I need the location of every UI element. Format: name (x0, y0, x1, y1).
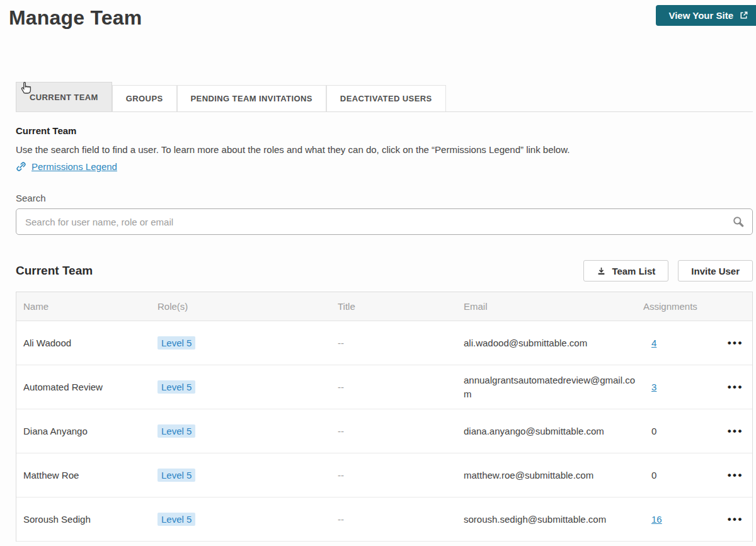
search-label: Search (16, 193, 753, 203)
row-menu-icon[interactable]: ••• (728, 514, 743, 525)
table-row: Matthew Roe Level 5 -- matthew.roe@submi… (16, 453, 752, 498)
team-list-button[interactable]: Team List (583, 260, 668, 282)
external-link-icon (739, 11, 748, 20)
table-row: Diana Anyango Level 5 -- diana.anyango@s… (16, 409, 752, 453)
column-header-name: Name (23, 301, 158, 312)
user-email: ali.wadood@submittable.com (464, 338, 587, 348)
tab-bar: CURRENT TEAM GROUPS PENDING TEAM INVITAT… (16, 82, 753, 112)
role-badge: Level 5 (158, 424, 195, 438)
intro-heading: Current Team (16, 125, 753, 136)
tab-deactivated-users[interactable]: DEACTIVATED USERS (326, 85, 446, 111)
team-section-head: Current Team Team List Invite User (16, 260, 753, 282)
search-icon (732, 215, 745, 228)
role-badge: Level 5 (158, 469, 195, 482)
assignments-count-link[interactable]: 16 (651, 514, 662, 525)
tab-current-team[interactable]: CURRENT TEAM (16, 82, 112, 111)
view-your-site-button[interactable]: View Your Site (656, 5, 756, 26)
assignments-count-link[interactable]: 3 (651, 382, 656, 392)
link-icon (16, 161, 26, 172)
table-row: Ali Wadood Level 5 -- ali.wadood@submitt… (16, 321, 752, 365)
user-title: -- (338, 338, 464, 348)
user-title: -- (338, 514, 464, 525)
column-header-assignments: Assignments (643, 301, 707, 312)
user-email: annualgrantsautomatedreview@gmail.com (464, 375, 635, 399)
permissions-legend-row: Permissions Legend (16, 161, 753, 172)
user-title: -- (338, 426, 464, 436)
team-section-title: Current Team (16, 264, 93, 278)
permissions-legend-link[interactable]: Permissions Legend (32, 161, 117, 172)
search-input[interactable] (16, 208, 753, 235)
table-row: Automated Review Level 5 -- annualgrants… (16, 365, 752, 409)
user-email: matthew.roe@submittable.com (464, 470, 593, 481)
table-header-row: Name Role(s) Title Email Assignments (16, 292, 752, 321)
assignments-count: 0 (651, 426, 656, 436)
user-name: Ali Wadood (23, 338, 158, 348)
role-badge: Level 5 (158, 513, 195, 526)
role-badge: Level 5 (158, 336, 195, 350)
team-list-label: Team List (612, 266, 655, 276)
user-name: Matthew Roe (23, 470, 158, 481)
download-icon (597, 266, 606, 276)
invite-user-button[interactable]: Invite User (678, 260, 753, 282)
table-row: Soroush Sedigh Level 5 -- soroush.sedigh… (16, 498, 752, 542)
user-title: -- (338, 470, 464, 481)
row-menu-icon[interactable]: ••• (728, 426, 743, 436)
user-email: soroush.sedigh@submittable.com (464, 514, 606, 525)
row-menu-icon[interactable]: ••• (728, 338, 743, 348)
assignments-count: 0 (651, 470, 656, 481)
top-bar: Manage Team View Your Site (0, 0, 756, 34)
team-section-actions: Team List Invite User (583, 260, 753, 282)
row-menu-icon[interactable]: ••• (728, 470, 743, 481)
row-menu-icon[interactable]: ••• (728, 382, 743, 392)
page-title: Manage Team (9, 6, 756, 30)
user-name: Automated Review (23, 382, 158, 392)
column-header-title: Title (338, 301, 464, 312)
main-content: CURRENT TEAM GROUPS PENDING TEAM INVITAT… (16, 82, 753, 542)
tab-groups[interactable]: GROUPS (112, 85, 177, 111)
user-name: Soroush Sedigh (23, 514, 158, 525)
user-email: diana.anyango@submittable.com (464, 426, 604, 436)
role-badge: Level 5 (158, 380, 195, 394)
view-your-site-label: View Your Site (668, 10, 733, 21)
team-table: Name Role(s) Title Email Assignments Ali… (16, 292, 753, 542)
search-field-wrap (16, 208, 753, 235)
intro-description: Use the search field to find a user. To … (16, 143, 753, 156)
invite-user-label: Invite User (691, 266, 740, 276)
user-name: Diana Anyango (23, 426, 158, 436)
column-header-roles: Role(s) (158, 301, 338, 312)
column-header-email: Email (464, 301, 643, 312)
assignments-count-link[interactable]: 4 (651, 338, 656, 348)
user-title: -- (338, 382, 464, 392)
tab-pending-team-invitations[interactable]: PENDING TEAM INVITATIONS (177, 85, 326, 111)
